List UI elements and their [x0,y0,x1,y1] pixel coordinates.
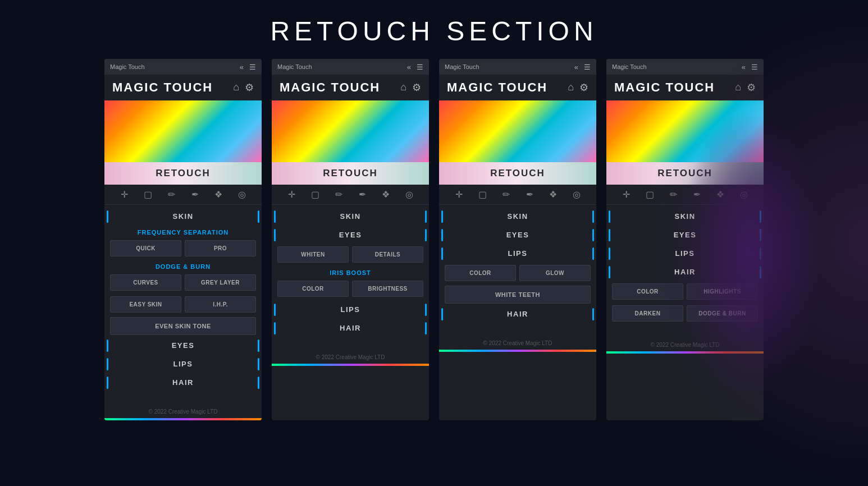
home-icon[interactable]: ⌂ [400,81,406,94]
menu-item-main[interactable]: SKIN [104,207,262,226]
btn-i.h.p.[interactable]: I.H.P. [185,296,256,313]
menu-item-hair[interactable]: HAIR [272,319,429,337]
menu-icon[interactable]: ☰ [249,63,256,71]
panel-4: Magic Touch « ☰ MAGIC TOUCH ⌂ ⚙ RETOUCH … [606,59,764,420]
menu-item-lips[interactable]: LIPS [606,244,764,263]
brush-icon[interactable]: ✏ [332,189,345,200]
menu-item-eyes[interactable]: EYES [439,226,596,244]
menu-item-lips[interactable]: LIPS [272,300,429,319]
menu-icon[interactable]: ☰ [584,63,591,71]
menu-item-main[interactable]: HAIR [439,305,596,323]
move-icon[interactable]: ✛ [285,189,298,200]
btn-brightness[interactable]: BRIGHTNESS [352,281,423,297]
home-icon[interactable]: ⌂ [735,81,741,94]
layers-icon[interactable]: ❖ [546,189,560,200]
menu-item-lips[interactable]: LIPS [104,355,262,373]
menu-item-main[interactable]: LIPS [606,244,764,263]
menu-item-main[interactable]: HAIR [104,373,262,392]
collapse-icon[interactable]: « [240,63,244,71]
btn-curves[interactable]: CURVES [110,274,181,291]
btn-color[interactable]: COLOR [445,265,516,281]
btn-grey-layer[interactable]: GREY LAYER [185,274,256,291]
btn-dodge-&-burn[interactable]: DODGE & BURN [687,305,758,322]
menu-item-hair[interactable]: HAIR [606,263,764,281]
collapse-icon[interactable]: « [742,63,746,71]
btn-pro[interactable]: PRO [185,240,256,256]
btn-details[interactable]: DETAILS [352,246,423,263]
pen-icon[interactable]: ✒ [188,189,202,200]
panel-topbar: Magic Touch « ☰ [606,59,764,75]
menu-item-main[interactable]: HAIR [606,263,764,281]
topbar-title: Magic Touch [277,63,312,70]
collapse-icon[interactable]: « [574,63,578,71]
menu-item-eyes[interactable]: EYES [104,336,262,355]
effects-icon[interactable]: ◎ [737,189,751,200]
menu-item-main[interactable]: LIPS [272,300,429,319]
topbar-icons: « ☰ [407,63,423,71]
brush-icon[interactable]: ✏ [165,189,178,200]
menu-item-skin[interactable]: SKIN [439,207,596,226]
panel-bottom-line [439,350,596,352]
full-btn-white-teeth[interactable]: WHITE TEETH [445,286,591,304]
menu-item-skin[interactable]: SKIN [272,207,429,226]
move-icon[interactable]: ✛ [619,189,633,200]
menu-item-main[interactable]: LIPS [104,355,262,373]
menu-item-main[interactable]: HAIR [272,319,429,337]
select-icon[interactable]: ▢ [643,189,656,200]
pen-icon[interactable]: ✒ [690,189,703,200]
btn-easy-skin[interactable]: EASY SKIN [110,296,181,313]
panel-3: Magic Touch « ☰ MAGIC TOUCH ⌂ ⚙ RETOUCH … [439,59,596,420]
effects-icon[interactable]: ◎ [235,189,249,200]
settings-icon[interactable]: ⚙ [747,81,756,94]
settings-icon[interactable]: ⚙ [579,81,588,94]
menu-item-main[interactable]: LIPS [439,244,596,263]
menu-item-eyes[interactable]: EYES [272,226,429,244]
effects-icon[interactable]: ◎ [403,189,416,200]
menu-item-lips[interactable]: LIPS [439,244,596,263]
move-icon[interactable]: ✛ [452,189,465,200]
select-icon[interactable]: ▢ [141,189,154,200]
pen-icon[interactable]: ✒ [355,189,369,200]
menu-icon[interactable]: ☰ [417,63,423,71]
menu-item-skin[interactable]: SKIN [104,207,262,226]
move-icon[interactable]: ✛ [117,189,131,200]
brush-icon[interactable]: ✏ [666,189,680,200]
btn-color[interactable]: COLOR [612,283,683,300]
home-icon[interactable]: ⌂ [233,81,239,94]
select-icon[interactable]: ▢ [476,189,489,200]
layers-icon[interactable]: ❖ [714,189,727,200]
menu-item-main[interactable]: EYES [439,226,596,244]
menu-item-hair[interactable]: HAIR [104,373,262,392]
effects-icon[interactable]: ◎ [570,189,583,200]
full-btn-even-skin-tone[interactable]: EVEN SKIN TONE [110,317,256,335]
menu-item-label: EYES [280,231,421,239]
menu-item-eyes[interactable]: EYES [606,226,764,244]
menu-icon[interactable]: ☰ [751,63,758,71]
collapse-icon[interactable]: « [407,63,411,71]
panel-topbar: Magic Touch « ☰ [104,59,262,75]
settings-icon[interactable]: ⚙ [245,81,254,94]
select-icon[interactable]: ▢ [308,189,322,200]
menu-item-hair[interactable]: HAIR [439,305,596,323]
menu-item-main[interactable]: EYES [272,226,429,244]
btn-whiten[interactable]: WHITEN [277,246,349,263]
layers-icon[interactable]: ❖ [379,189,392,200]
home-icon[interactable]: ⌂ [568,81,574,94]
btn-darken[interactable]: DARKEN [612,305,683,322]
menu-item-main[interactable]: EYES [104,336,262,355]
layers-icon[interactable]: ❖ [212,189,225,200]
menu-item-label: EYES [447,231,588,239]
menu-item-main[interactable]: SKIN [272,207,429,226]
menu-item-main[interactable]: SKIN [606,207,764,226]
pen-icon[interactable]: ✒ [523,189,536,200]
settings-icon[interactable]: ⚙ [412,81,421,94]
menu-item-main[interactable]: EYES [606,226,764,244]
btn-color[interactable]: COLOR [277,281,349,297]
btn-glow[interactable]: GLOW [519,265,591,281]
topbar-title: Magic Touch [612,63,647,70]
btn-highlights[interactable]: HIGHLIGHTS [687,283,758,300]
menu-item-skin[interactable]: SKIN [606,207,764,226]
brush-icon[interactable]: ✏ [499,189,513,200]
menu-item-main[interactable]: SKIN [439,207,596,226]
btn-quick[interactable]: QUICK [110,240,181,256]
